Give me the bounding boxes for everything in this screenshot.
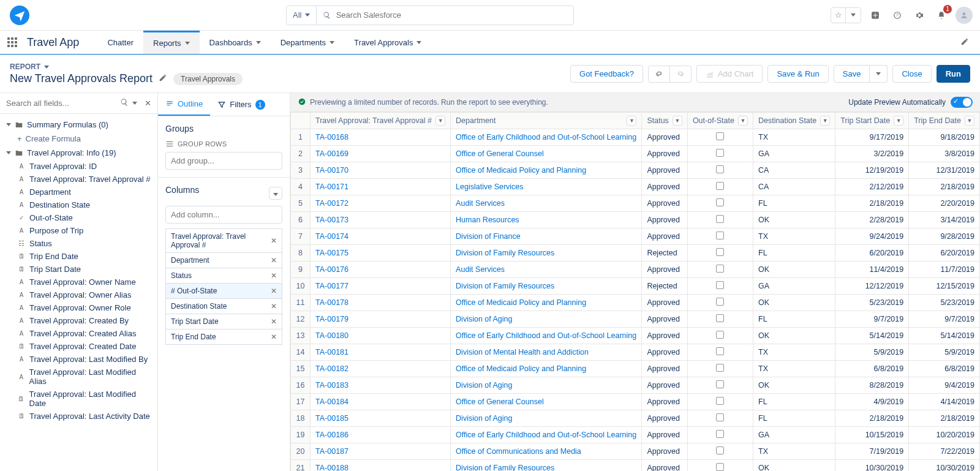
field-item[interactable]: ATravel Approval: Travel Approval # (0, 173, 157, 186)
field-item[interactable]: ADestination State (0, 198, 157, 211)
save-more-button[interactable] (870, 65, 888, 83)
add-column-input[interactable] (165, 206, 282, 224)
cell-id[interactable]: TA-00172 (311, 195, 451, 212)
cell-department[interactable]: Office of Early Childhood and Out-of-Sch… (451, 427, 642, 443)
cell-id[interactable]: TA-00178 (311, 295, 451, 311)
fields-search-input[interactable] (6, 99, 116, 108)
column-item[interactable]: Department✕ (165, 253, 282, 268)
cell-id[interactable]: TA-00176 (311, 262, 451, 278)
field-item[interactable]: ADepartment (0, 186, 157, 198)
cell-id[interactable]: TA-00183 (311, 377, 451, 394)
column-menu-icon[interactable]: ▼ (965, 116, 974, 126)
column-header[interactable]: Out-of-State▼ (687, 113, 753, 129)
cell-id[interactable]: TA-00175 (311, 245, 451, 262)
summary-formulas-group[interactable]: Summary Formulas (0) (0, 118, 157, 132)
report-object-pill[interactable]: Travel Approvals (173, 73, 243, 85)
columns-menu-button[interactable] (269, 187, 282, 200)
cell-id[interactable]: TA-00180 (311, 328, 451, 344)
global-search-input[interactable] (336, 10, 567, 20)
edit-title-icon[interactable] (159, 73, 167, 84)
field-item[interactable]: APurpose of Trip (0, 224, 157, 237)
help-icon[interactable]: ? (889, 7, 905, 23)
tab-filters[interactable]: Filters 1 (210, 93, 272, 116)
field-item[interactable]: 🗓Trip Start Date (0, 263, 157, 276)
remove-column-icon[interactable]: ✕ (271, 287, 277, 295)
cell-department[interactable]: Office of Communications and Media (451, 443, 642, 460)
cell-department[interactable]: Division of Family Resources (451, 278, 642, 295)
cell-id[interactable]: TA-00179 (311, 311, 451, 328)
cell-department[interactable]: Legislative Services (451, 179, 642, 195)
field-item[interactable]: ATravel Approval: Last Modified Alias (0, 366, 157, 388)
column-menu-icon[interactable]: ▼ (738, 116, 748, 126)
cell-department[interactable]: Office of Medicaid Policy and Planning (451, 361, 642, 377)
cell-department[interactable]: Division of Finance (451, 228, 642, 245)
avatar[interactable] (956, 7, 973, 24)
column-menu-icon[interactable]: ▼ (673, 116, 682, 126)
search-scope-dropdown[interactable]: All (287, 6, 317, 24)
field-item[interactable]: ATravel Approval: Owner Name (0, 276, 157, 288)
edit-nav-icon[interactable] (960, 37, 973, 48)
remove-column-icon[interactable]: ✕ (271, 256, 277, 265)
cell-department[interactable]: Office of General Counsel (451, 394, 642, 410)
cell-id[interactable]: TA-00185 (311, 410, 451, 427)
cell-id[interactable]: TA-00182 (311, 361, 451, 377)
info-group[interactable]: Travel Approval: Info (19) (0, 146, 157, 160)
cell-id[interactable]: TA-00188 (311, 460, 451, 472)
app-launcher-icon[interactable] (7, 37, 17, 47)
field-item[interactable]: ATravel Approval: Created By (0, 314, 157, 327)
field-item[interactable]: ATravel Approval: ID (0, 160, 157, 173)
cell-department[interactable]: Audit Services (451, 195, 642, 212)
redo-button[interactable] (670, 66, 692, 83)
cell-id[interactable]: TA-00177 (311, 278, 451, 295)
column-item[interactable]: Trip Start Date✕ (165, 314, 282, 330)
cell-id[interactable]: TA-00186 (311, 427, 451, 443)
close-icon[interactable]: ✕ (145, 99, 151, 108)
field-item[interactable]: 🗓Travel Approval: Last Modified Date (0, 388, 157, 410)
remove-column-icon[interactable]: ✕ (271, 333, 277, 341)
cell-department[interactable]: Division of Aging (451, 311, 642, 328)
cell-department[interactable]: Division of Mental Health and Addiction (451, 344, 642, 361)
cell-id[interactable]: TA-00187 (311, 443, 451, 460)
cell-department[interactable]: Office of General Counsel (451, 146, 642, 162)
cell-department[interactable]: Division of Aging (451, 410, 642, 427)
cell-department[interactable]: Office of Early Childhood and Out-of-Sch… (451, 328, 642, 344)
got-feedback-button[interactable]: Got Feedback? (570, 65, 643, 83)
nav-item-travel-approvals[interactable]: Travel Approvals (344, 31, 431, 54)
cell-department[interactable]: Office of Medicaid Policy and Planning (451, 162, 642, 179)
cell-id[interactable]: TA-00174 (311, 228, 451, 245)
field-item[interactable]: ATravel Approval: Owner Role (0, 301, 157, 314)
field-item[interactable]: ATravel Approval: Last Modified By (0, 353, 157, 366)
column-header[interactable]: Travel Approval: Travel Approval #▼ (311, 113, 451, 129)
column-header[interactable]: Status▼ (642, 113, 687, 129)
search-icon[interactable] (120, 98, 129, 108)
column-header[interactable]: Department▼ (451, 113, 642, 129)
add-icon[interactable] (867, 7, 883, 23)
remove-column-icon[interactable]: ✕ (271, 271, 277, 280)
tab-outline[interactable]: Outline (158, 93, 210, 116)
column-menu-icon[interactable]: ▼ (435, 116, 445, 126)
field-item[interactable]: ATravel Approval: Created Alias (0, 327, 157, 340)
column-menu-icon[interactable]: ▼ (894, 116, 903, 126)
column-header[interactable]: Destination State▼ (753, 113, 835, 129)
notifications-icon[interactable]: 1 (933, 7, 949, 23)
field-item[interactable]: 🗓Travel Approval: Created Date (0, 340, 157, 353)
cell-id[interactable]: TA-00171 (311, 179, 451, 195)
cell-department[interactable]: Audit Services (451, 262, 642, 278)
cell-department[interactable]: Division of Family Resources (451, 245, 642, 262)
cell-id[interactable]: TA-00173 (311, 212, 451, 228)
cell-id[interactable]: TA-00170 (311, 162, 451, 179)
column-item[interactable]: Trip End Date✕ (165, 330, 282, 345)
column-item[interactable]: Destination State✕ (165, 299, 282, 314)
data-grid[interactable]: Travel Approval: Travel Approval #▼Depar… (290, 112, 980, 471)
column-item[interactable]: # Out-of-State✕ (165, 284, 282, 299)
cell-id[interactable]: TA-00168 (311, 129, 451, 146)
cell-department[interactable]: Office of Early Childhood and Out-of-Sch… (451, 129, 642, 146)
column-menu-icon[interactable]: ▼ (627, 116, 636, 126)
run-button[interactable]: Run (937, 65, 970, 83)
chevron-down-icon[interactable] (132, 102, 137, 105)
field-item[interactable]: 🗓Travel Approval: Last Activity Date (0, 410, 157, 423)
nav-item-reports[interactable]: Reports (143, 31, 200, 54)
favorite-dropdown[interactable]: ☆ (831, 7, 861, 23)
cell-id[interactable]: TA-00184 (311, 394, 451, 410)
field-item[interactable]: ✓Out-of-State (0, 211, 157, 224)
